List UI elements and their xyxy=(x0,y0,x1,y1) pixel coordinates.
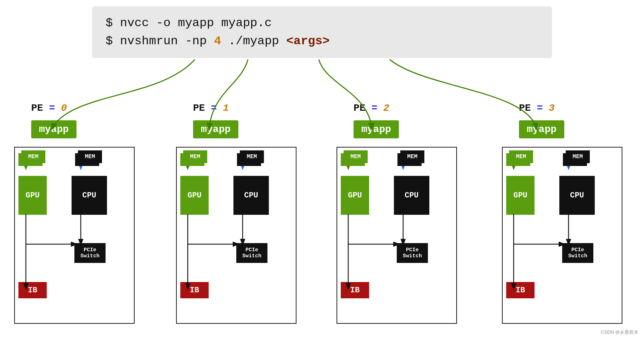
cpu-box-0: CPU xyxy=(72,176,107,215)
ib-box-3: IB xyxy=(506,282,535,298)
mem-cpu-1-back: MEM xyxy=(240,150,264,163)
pcie-switch-3: PCIeSwitch xyxy=(562,243,593,263)
gpu-box-2: GPU xyxy=(341,176,369,215)
pe-num-3: 3 xyxy=(549,103,555,114)
pcie-switch-1: PCIeSwitch xyxy=(236,243,267,263)
pe-label-1: PE = 1 xyxy=(193,103,229,114)
myapp-box-2: myapp xyxy=(354,120,399,138)
pcie-switch-2: PCIeSwitch xyxy=(397,243,428,263)
pe-eq-1: = xyxy=(211,103,217,114)
node-0: MEM MEM MEM MEM GPU CPU PCIeSwitch IB xyxy=(14,147,135,324)
myapp-box-3: myapp xyxy=(519,120,564,138)
mem-cpu-2-back: MEM xyxy=(400,150,424,163)
ib-box-1: IB xyxy=(180,282,209,298)
pe-num-2: 2 xyxy=(383,103,389,114)
node-3: MEM MEM MEM MEM GPU CPU PCIeSwitch IB xyxy=(502,147,622,324)
pcie-switch-0: PCIeSwitch xyxy=(74,243,106,263)
pe-eq-3: = xyxy=(537,103,543,114)
pe-eq-0: = xyxy=(49,103,55,114)
cmd-line2-prefix: $ nvshmrun -np xyxy=(106,34,214,48)
gpu-box-1: GPU xyxy=(180,176,209,215)
myapp-box-0: myapp xyxy=(31,120,77,138)
ib-box-0: IB xyxy=(18,282,47,298)
command-line1: $ nvcc -o myapp myapp.c xyxy=(106,14,538,32)
node-2: MEM MEM MEM MEM GPU CPU PCIeSwitch IB xyxy=(337,147,457,324)
pe-eq-2: = xyxy=(371,103,377,114)
command-box: $ nvcc -o myapp myapp.c $ nvshmrun -np 4… xyxy=(92,6,552,58)
mem-cpu-3-back: MEM xyxy=(566,150,590,163)
cmd-line2-suffix: ./myapp xyxy=(221,34,286,48)
mem-cpu-0-back: MEM xyxy=(78,150,102,163)
mem-gpu-0-back: MEM xyxy=(21,150,45,163)
cpu-box-3: CPU xyxy=(559,176,595,215)
arrow-cmd-to-pe3 xyxy=(390,59,537,129)
cmd-dollar-1: $ nvcc -o myapp myapp.c xyxy=(106,16,272,30)
mem-gpu-3-back: MEM xyxy=(509,150,533,163)
cmd-args: <args> xyxy=(286,34,329,48)
myapp-box-1: myapp xyxy=(193,120,238,138)
pe-label-0: PE = 0 xyxy=(31,103,67,114)
arrow-cmd-to-pe1 xyxy=(209,59,248,129)
cmd-num: 4 xyxy=(214,34,221,48)
cpu-box-1: CPU xyxy=(233,176,269,215)
watermark: CSDN @从善若水 xyxy=(601,329,638,335)
gpu-box-0: GPU xyxy=(18,176,47,215)
mem-gpu-1-back: MEM xyxy=(183,150,207,163)
mem-gpu-2-back: MEM xyxy=(344,150,368,163)
cpu-box-2: CPU xyxy=(394,176,429,215)
node-1: MEM MEM MEM MEM GPU CPU PCIeSwitch IB xyxy=(176,147,296,324)
command-line2: $ nvshmrun -np 4 ./myapp <args> xyxy=(106,32,538,50)
pe-label-3: PE = 3 xyxy=(519,103,555,114)
pe-label-2: PE = 2 xyxy=(354,103,389,114)
arrow-cmd-to-pe2 xyxy=(319,59,372,129)
gpu-box-3: GPU xyxy=(506,176,535,215)
pe-num-1: 1 xyxy=(223,103,229,114)
ib-box-2: IB xyxy=(341,282,369,298)
arrow-cmd-to-pe0 xyxy=(51,59,195,129)
pe-num-0: 0 xyxy=(61,103,67,114)
